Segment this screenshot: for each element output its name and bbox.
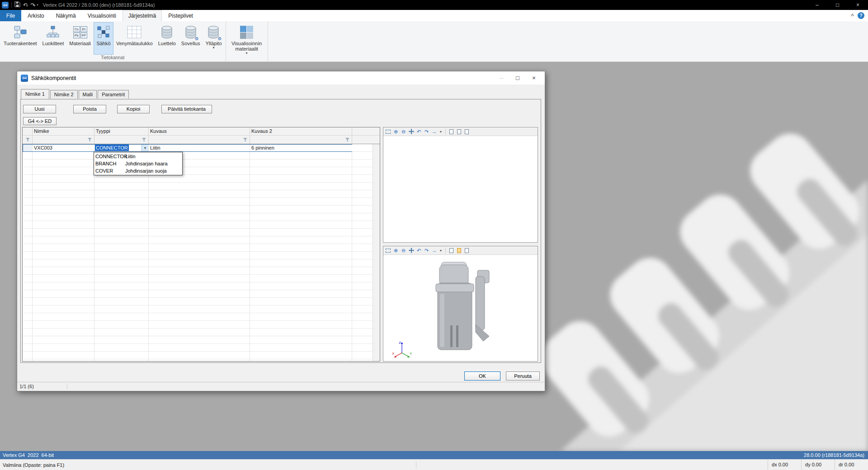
dropdown-item-branch[interactable]: BRANCH Johdinsarjan haara — [94, 160, 182, 167]
app-version-left: Vertex G4 2022 64-bit — [3, 452, 54, 458]
new-button[interactable]: Uusi — [23, 105, 56, 113]
ribbon-button-visualisoinnin-materiaalit[interactable]: Visualisoinnin materiaalit ▾ — [227, 22, 267, 56]
ribbon-button-sovellus[interactable]: ⚙ Sovellus — [179, 22, 203, 55]
toolbar-separator — [11, 2, 12, 8]
filter-icon[interactable] — [243, 138, 247, 142]
zoom-out-icon[interactable]: ⊖ — [401, 129, 406, 135]
column-header-kuvaus-2[interactable]: Kuvaus 2 — [251, 128, 272, 134]
dialog-titlebar[interactable]: G4 Sähkökomponentit – □ × — [17, 71, 545, 85]
tab-nimike-1[interactable]: Nimike 1 — [21, 89, 49, 99]
dialog-window-controls: – □ × — [493, 71, 542, 85]
tab-malli[interactable]: Malli — [79, 90, 97, 99]
update-database-button[interactable]: Päivitä tietokanta — [161, 105, 212, 113]
app-logo-icon[interactable]: G4 — [2, 2, 9, 9]
filter-icon[interactable] — [26, 138, 30, 142]
symbol-preview-canvas[interactable] — [383, 136, 538, 242]
dialog-maximize-button[interactable]: □ — [509, 71, 526, 85]
ribbon-button-yllapito[interactable]: ⚙ Ylläpito ▾ — [203, 22, 224, 55]
next-view-icon[interactable]: → — [431, 248, 437, 254]
next-view-icon[interactable]: → — [431, 129, 437, 135]
filter-icon[interactable] — [345, 138, 349, 142]
row-selector-cell[interactable] — [23, 145, 33, 151]
rotate-left-icon[interactable]: ↶ — [416, 248, 422, 254]
cancel-button[interactable]: Peruuta — [506, 371, 540, 381]
dialog-tab-page: Uusi Poista Kopioi Päivitä tietokanta G4… — [20, 99, 541, 363]
help-icon[interactable]: ? — [858, 12, 864, 19]
undo-button[interactable]: ↶▾ — [23, 2, 28, 8]
filter-icon[interactable] — [88, 138, 92, 142]
rotate-right-icon[interactable]: ↷ — [424, 248, 429, 254]
copy-image-icon[interactable] — [448, 248, 454, 254]
pan-icon[interactable] — [408, 129, 414, 135]
dialog-minimize-button[interactable]: – — [493, 71, 509, 85]
vertical-scrollbar[interactable] — [373, 144, 380, 361]
preview-toolbar: ⊕ ⊖ ↶ ↷ → ▾ — [383, 246, 538, 255]
connector-3d-model — [410, 257, 514, 358]
dialog-close-button[interactable]: × — [526, 71, 542, 85]
tab-file[interactable]: File — [0, 10, 21, 21]
cell-kuvaus-2[interactable]: 6 pinninen — [250, 145, 352, 151]
g4-ed-toggle-button[interactable]: G4 <-> ED — [23, 117, 57, 125]
classification-tree-icon — [46, 24, 60, 40]
rotate-left-icon[interactable]: ↶ — [416, 129, 422, 135]
zoom-window-icon[interactable] — [385, 248, 391, 254]
window-controls: – □ × — [807, 0, 868, 10]
ribbon-button-luettelo[interactable]: Luettelo — [156, 22, 179, 55]
grid-body[interactable]: VXC003 CONNECTOR ▾ Liitin 6 pinninen — [23, 144, 373, 361]
menubar-right: ^ ? — [851, 10, 864, 21]
pan-icon[interactable] — [408, 248, 414, 254]
column-header-kuvaus[interactable]: Kuvaus — [150, 128, 167, 134]
cell-kuvaus[interactable]: Liitin — [149, 145, 250, 151]
export-image-icon[interactable] — [464, 248, 470, 254]
zoom-in-icon[interactable]: ⊕ — [393, 129, 399, 135]
ribbon-button-materiaali[interactable]: Cu Zn Pb PP Materiaali — [66, 22, 94, 55]
column-header-tyyppi[interactable]: Tyyppi — [96, 128, 110, 134]
collapse-ribbon-icon[interactable]: ^ — [851, 13, 854, 19]
cell-nimike[interactable]: VXC003 — [33, 145, 94, 151]
zoom-in-icon[interactable]: ⊕ — [393, 248, 399, 254]
filter-icon[interactable] — [142, 138, 146, 142]
customize-qat-button[interactable]: ▾ — [37, 3, 38, 7]
tab-nakyma[interactable]: Näkymä — [51, 10, 81, 21]
save-button[interactable] — [14, 1, 20, 9]
paste-image-icon[interactable] — [456, 248, 462, 254]
ribbon-group-label: Tietokannat — [1, 55, 225, 61]
column-header-nimike[interactable]: Nimike — [34, 128, 49, 134]
model-preview-canvas[interactable]: Z X Y — [383, 255, 538, 361]
tab-nimike-2[interactable]: Nimike 2 — [50, 90, 78, 99]
dialog-logo-icon: G4 — [21, 75, 28, 82]
tab-parametrit[interactable]: Parametrit — [98, 90, 129, 99]
export-image-icon[interactable] — [464, 129, 470, 135]
ribbon-button-venymataulukko[interactable]: Venymätaulukko — [113, 22, 156, 55]
combobox-dropdown-button[interactable]: ▾ — [142, 145, 148, 151]
copy-button[interactable]: Kopioi — [117, 105, 150, 113]
delete-button[interactable]: Poista — [73, 105, 106, 113]
ribbon-button-luokitteet[interactable]: Luokitteet — [40, 22, 67, 55]
zoom-out-icon[interactable]: ⊖ — [401, 248, 406, 254]
copy-image-icon[interactable] — [448, 129, 454, 135]
tab-jarjestelma[interactable]: Järjestelmä — [123, 10, 162, 21]
dropdown-item-connector[interactable]: CONNECTOR Liitin — [94, 153, 182, 160]
close-button[interactable]: × — [848, 0, 868, 10]
rotate-right-icon[interactable]: ↷ — [424, 129, 429, 135]
tab-pistepilvet[interactable]: Pistepilvet — [163, 10, 198, 21]
tab-arkisto[interactable]: Arkisto — [22, 10, 50, 21]
minimize-button[interactable]: – — [807, 0, 827, 10]
chevron-down-icon[interactable]: ▾ — [439, 129, 443, 135]
redo-button[interactable]: ↷▾ — [31, 2, 36, 8]
paste-image-icon[interactable] — [456, 129, 462, 135]
zoom-window-icon[interactable] — [385, 129, 391, 135]
ribbon-button-tuoterakenteet[interactable]: Tuoterakenteet — [1, 22, 40, 55]
dialog-statusbar: 1/1 (6) — [17, 382, 545, 391]
quick-access-toolbar: G4 ↶▾ ↷▾ ▾ — [2, 1, 38, 9]
table-row[interactable]: VXC003 CONNECTOR ▾ Liitin 6 pinninen — [23, 144, 352, 152]
maximize-button[interactable]: □ — [827, 0, 848, 10]
type-combobox[interactable]: CONNECTOR ▾ — [94, 145, 148, 151]
model-preview-panel: ⊕ ⊖ ↶ ↷ → ▾ — [383, 246, 538, 362]
dropdown-item-cover[interactable]: COVER Johdinsarjan suoja — [94, 167, 182, 174]
tab-visualisointi[interactable]: Visualisointi — [82, 10, 122, 21]
cell-tyyppi[interactable]: CONNECTOR ▾ — [94, 145, 149, 151]
chevron-down-icon[interactable]: ▾ — [439, 248, 443, 254]
ribbon-button-sahko[interactable]: Sähkö — [94, 22, 113, 55]
ok-button[interactable]: OK — [464, 371, 500, 381]
